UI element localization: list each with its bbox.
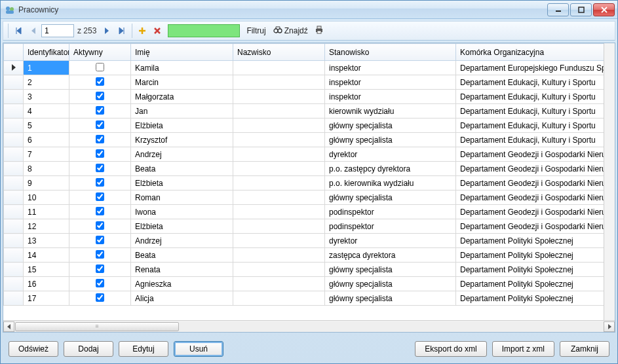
close-window-button[interactable]: Zamknij xyxy=(560,341,609,357)
cell-first-name[interactable]: Elżbieta xyxy=(131,219,233,234)
cell-last-name[interactable] xyxy=(233,90,325,104)
filter-button[interactable]: Filtruj xyxy=(243,26,269,35)
cell-last-name[interactable] xyxy=(233,263,325,277)
col-header-last[interactable]: Nazwisko xyxy=(233,44,325,61)
edit-button[interactable]: Edytuj xyxy=(119,341,168,357)
nav-current-input[interactable] xyxy=(41,24,74,37)
cell-unit[interactable]: Departament Polityki Społecznej xyxy=(456,263,604,277)
refresh-button[interactable]: Odśwież xyxy=(9,341,58,357)
cell-unit[interactable]: Departament Geodezji i Gospodarki Nieru xyxy=(456,176,604,191)
cell-active[interactable] xyxy=(69,147,131,162)
cell-active[interactable] xyxy=(69,176,131,191)
active-checkbox[interactable] xyxy=(96,192,104,201)
scroll-right-button[interactable] xyxy=(604,321,615,332)
cell-unit[interactable]: Departament Polityki Społecznej xyxy=(456,277,604,291)
minimize-button[interactable] xyxy=(547,3,569,16)
cell-first-name[interactable]: Elżbieta xyxy=(131,176,233,191)
table-row[interactable]: 11IwonapodinspektorDepartament Geodezji … xyxy=(4,205,604,219)
cell-unit[interactable]: Departament Geodezji i Gospodarki Nieru xyxy=(456,191,604,205)
cell-id[interactable]: 13 xyxy=(24,234,69,248)
cell-unit[interactable]: Departament Polityki Społecznej xyxy=(456,234,604,248)
cell-id[interactable]: 15 xyxy=(24,263,69,277)
table-row[interactable]: 16Agnieszkagłówny specjalistaDepartament… xyxy=(4,277,604,291)
active-checkbox[interactable] xyxy=(96,250,104,259)
active-checkbox[interactable] xyxy=(96,279,104,287)
table-row[interactable]: 12ElżbietapodinspektorDepartament Geodez… xyxy=(4,219,604,234)
cell-position[interactable]: podinspektor xyxy=(325,205,456,219)
cell-unit[interactable]: Departament Edukacji, Kultury i Sportu xyxy=(456,104,604,118)
cell-active[interactable] xyxy=(69,205,131,219)
col-header-first[interactable]: Imię xyxy=(131,44,233,61)
cell-first-name[interactable]: Andrzej xyxy=(131,147,233,162)
cell-first-name[interactable]: Marcin xyxy=(131,75,233,90)
horizontal-scrollbar[interactable]: ≡ xyxy=(3,320,615,332)
table-row[interactable]: 1KamilainspektorDepartament Europejskieg… xyxy=(4,61,604,75)
cell-active[interactable] xyxy=(69,219,131,234)
cell-id[interactable]: 17 xyxy=(24,291,69,306)
cell-id[interactable]: 6 xyxy=(24,133,69,147)
table-row[interactable]: 8Beatap.o. zastępcy dyrektoraDepartament… xyxy=(4,162,604,176)
cell-position[interactable]: dyrektor xyxy=(325,234,456,248)
add-button[interactable]: Dodaj xyxy=(64,341,113,357)
cell-first-name[interactable]: Krzysztof xyxy=(131,133,233,147)
col-header-id[interactable]: Identyfikator xyxy=(24,44,69,61)
nav-delete-button[interactable] xyxy=(150,24,164,38)
nav-next-button[interactable] xyxy=(100,24,114,38)
cell-position[interactable]: główny specjalista xyxy=(325,191,456,205)
cell-active[interactable] xyxy=(69,248,131,263)
active-checkbox[interactable] xyxy=(96,178,104,187)
cell-last-name[interactable] xyxy=(233,205,325,219)
cell-first-name[interactable]: Beata xyxy=(131,248,233,263)
active-checkbox[interactable] xyxy=(96,236,104,244)
cell-position[interactable]: główny specjalista xyxy=(325,118,456,133)
cell-position[interactable]: podinspektor xyxy=(325,219,456,234)
col-header-position[interactable]: Stanowisko xyxy=(325,44,456,61)
cell-last-name[interactable] xyxy=(233,147,325,162)
cell-active[interactable] xyxy=(69,191,131,205)
cell-unit[interactable]: Departament Geodezji i Gospodarki Nieru xyxy=(456,205,604,219)
cell-last-name[interactable] xyxy=(233,104,325,118)
cell-first-name[interactable]: Jan xyxy=(131,104,233,118)
active-checkbox[interactable] xyxy=(96,106,104,115)
col-header-active[interactable]: Aktywny xyxy=(69,44,131,61)
cell-id[interactable]: 1 xyxy=(24,61,69,75)
cell-last-name[interactable] xyxy=(233,291,325,306)
active-checkbox[interactable] xyxy=(96,149,104,158)
cell-first-name[interactable]: Beata xyxy=(131,162,233,176)
active-checkbox[interactable] xyxy=(96,207,104,215)
cell-first-name[interactable]: Alicja xyxy=(131,291,233,306)
cell-last-name[interactable] xyxy=(233,176,325,191)
cell-last-name[interactable] xyxy=(233,277,325,291)
cell-id[interactable]: 8 xyxy=(24,162,69,176)
data-grid[interactable]: Identyfikator Aktywny Imię Nazwisko Stan… xyxy=(3,43,604,320)
maximize-button[interactable] xyxy=(570,3,592,16)
cell-active[interactable] xyxy=(69,90,131,104)
cell-unit[interactable]: Departament Polityki Społecznej xyxy=(456,248,604,263)
cell-first-name[interactable]: Elżbieta xyxy=(131,118,233,133)
nav-prev-button[interactable] xyxy=(26,24,41,38)
cell-position[interactable]: dyrektor xyxy=(325,147,456,162)
cell-first-name[interactable]: Agnieszka xyxy=(131,277,233,291)
cell-last-name[interactable] xyxy=(233,234,325,248)
cell-position[interactable]: główny specjalista xyxy=(325,277,456,291)
cell-unit[interactable]: Departament Polityki Społecznej xyxy=(456,291,604,306)
scroll-left-button[interactable] xyxy=(3,321,14,332)
cell-id[interactable]: 7 xyxy=(24,147,69,162)
cell-active[interactable] xyxy=(69,118,131,133)
table-row[interactable]: 13AndrzejdyrektorDepartament Polityki Sp… xyxy=(4,234,604,248)
cell-unit[interactable]: Departament Geodezji i Gospodarki Nieru xyxy=(456,219,604,234)
cell-first-name[interactable]: Iwona xyxy=(131,205,233,219)
cell-first-name[interactable]: Renata xyxy=(131,263,233,277)
table-row[interactable]: 5Elżbietagłówny specjalistaDepartament E… xyxy=(4,118,604,133)
cell-id[interactable]: 2 xyxy=(24,75,69,90)
cell-last-name[interactable] xyxy=(233,162,325,176)
cell-last-name[interactable] xyxy=(233,219,325,234)
nav-first-button[interactable] xyxy=(11,24,26,38)
cell-active[interactable] xyxy=(69,133,131,147)
cell-active[interactable] xyxy=(69,61,131,75)
cell-last-name[interactable] xyxy=(233,248,325,263)
cell-position[interactable]: p.o. zastępcy dyrektora xyxy=(325,162,456,176)
export-xml-button[interactable]: Eksport do xml xyxy=(415,341,486,357)
cell-id[interactable]: 9 xyxy=(24,176,69,191)
active-checkbox[interactable] xyxy=(96,120,104,129)
